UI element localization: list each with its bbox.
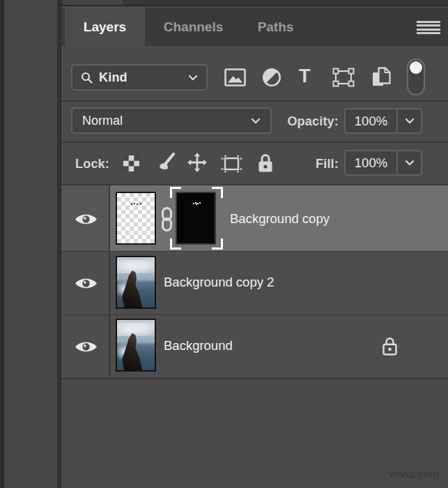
kind-dropdown-label: Kind [99, 70, 128, 85]
layer-thumbnail[interactable] [116, 319, 156, 372]
blend-mode-dropdown[interactable]: Normal [71, 107, 272, 134]
left-panel-gutter [0, 0, 61, 488]
panel-tab-bar: Layers Channels Paths [61, 8, 448, 46]
toggle-knob [410, 61, 422, 74]
panel-menu-icon[interactable] [417, 21, 440, 34]
layer-name[interactable]: Background copy [230, 211, 330, 227]
separator [61, 142, 448, 143]
blend-mode-value: Normal [82, 114, 123, 128]
type-layer-filter-icon[interactable]: T [299, 67, 311, 86]
visibility-column-divider [109, 185, 110, 379]
tab-paths[interactable]: Paths [242, 8, 309, 46]
layer-thumbnail[interactable] [116, 192, 156, 245]
tab-layers[interactable]: Layers [65, 8, 145, 46]
layer-locked-icon [381, 336, 399, 356]
opacity-dropdown-button[interactable] [396, 109, 421, 132]
lock-transparency-icon[interactable] [123, 155, 140, 172]
fill-value: 100% [346, 155, 396, 171]
visibility-eye-icon[interactable] [74, 276, 98, 291]
lock-artboard-icon[interactable] [220, 154, 243, 174]
layer-mask-thumbnail[interactable] [176, 192, 216, 245]
search-icon [81, 72, 93, 84]
lock-label: Lock: [75, 157, 109, 171]
fill-label: Fill: [293, 157, 339, 171]
fill-field[interactable]: 100% [344, 150, 422, 176]
lock-pixels-brush-icon[interactable] [155, 153, 175, 173]
opacity-value: 100% [346, 114, 396, 129]
fill-dropdown-button[interactable] [396, 151, 421, 174]
tab-channels[interactable]: Channels [146, 8, 240, 46]
layer-name[interactable]: Background copy 2 [164, 275, 274, 290]
watermark-text: wtvid.com [389, 468, 439, 480]
shape-layer-filter-icon[interactable] [332, 68, 355, 87]
visibility-eye-icon[interactable] [74, 212, 98, 227]
layer-filter-kind-dropdown[interactable]: Kind [71, 64, 208, 91]
lock-position-icon[interactable] [187, 153, 208, 174]
layer-thumbnail[interactable] [116, 256, 156, 309]
panel-top-edge-highlight [63, 0, 123, 5]
pixel-layer-filter-icon[interactable] [224, 68, 246, 86]
opacity-label: Opacity: [277, 114, 339, 129]
chevron-down-icon [188, 75, 198, 81]
layer-filtering-toggle[interactable] [407, 59, 425, 96]
opacity-field[interactable]: 100% [344, 108, 422, 134]
layer-name[interactable]: Background [164, 338, 233, 353]
visibility-eye-icon[interactable] [74, 340, 98, 354]
separator [61, 100, 448, 102]
adjustment-layer-filter-icon[interactable] [262, 68, 281, 87]
lock-all-icon[interactable] [257, 153, 274, 173]
smart-object-filter-icon[interactable] [371, 66, 392, 87]
chevron-down-icon [251, 118, 261, 124]
